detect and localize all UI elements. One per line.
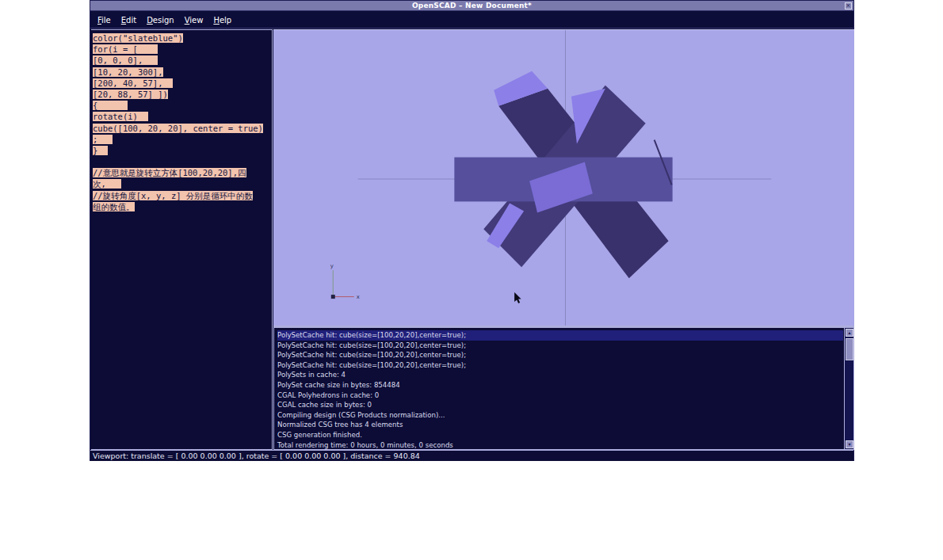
- axis-y-label: y: [330, 263, 334, 269]
- menu-bar: FileEditDesignViewHelp: [90, 12, 853, 29]
- code-line[interactable]: 次,: [93, 178, 272, 189]
- console-line: PolySetCache hit: cube(size=[100,20,20],…: [277, 350, 843, 360]
- axis-x-label: x: [357, 294, 360, 300]
- openscad-window: OpenSCAD – New Document* × FileEditDesig…: [90, 0, 854, 461]
- console-log[interactable]: PolySetCache hit: cube(size=[100,20,20],…: [273, 327, 854, 450]
- console-line: PolySet cache size in bytes: 854484: [277, 380, 843, 390]
- console-line: PolySetCache hit: cube(size=[100,20,20],…: [277, 341, 843, 351]
- console-line: CGAL cache size in bytes: 0: [277, 400, 843, 410]
- desktop: { "window": { "title": "OpenSCAD – New D…: [0, 0, 943, 560]
- status-bar: Viewport: translate = [ 0.00 0.00 0.00 ]…: [90, 450, 853, 461]
- 3d-viewport-canvas[interactable]: y x: [273, 29, 854, 326]
- code-line[interactable]: [0, 0, 0],: [93, 55, 272, 66]
- code-line[interactable]: }: [93, 145, 272, 156]
- menu-item[interactable]: Edit: [121, 16, 136, 25]
- code-line[interactable]: //意思就是旋转立方体[100,20,20],四: [93, 167, 272, 178]
- axis-z-dot: [331, 295, 335, 299]
- menu-item[interactable]: File: [97, 16, 111, 25]
- code-line[interactable]: rotate(i): [93, 111, 272, 122]
- menu-item[interactable]: Design: [147, 16, 174, 25]
- scrollbar-up-icon[interactable]: ▴: [846, 329, 853, 337]
- axis-indicator: y x: [330, 263, 360, 300]
- code-line[interactable]: for(i = [: [93, 44, 272, 55]
- code-line[interactable]: [200, 40, 57],: [93, 78, 272, 89]
- code-line[interactable]: {: [93, 100, 272, 111]
- menu-item[interactable]: View: [185, 16, 204, 25]
- console-scrollbar[interactable]: ▴ ▾: [844, 328, 853, 449]
- code-line[interactable]: [20, 88, 57] ]): [93, 89, 272, 100]
- scrollbar-thumb[interactable]: [846, 338, 853, 360]
- code-line[interactable]: color("slateblue"): [93, 32, 272, 44]
- console-line: CGAL Polyhedrons in cache: 0: [277, 390, 843, 401]
- code-editor[interactable]: color("slateblue")for(i = [ [0, 0, 0], […: [91, 29, 273, 450]
- code-line[interactable]: //旋转角度[x, y, z] 分别是循环中的数: [93, 190, 272, 201]
- code-line[interactable]: 组的数值。: [93, 201, 272, 212]
- console-line: PolySetCache hit: cube(size=[100,20,20],…: [277, 330, 843, 341]
- viewport-status-text: Viewport: translate = [ 0.00 0.00 0.00 ]…: [93, 451, 420, 460]
- console-line: Compiling design (CSG Products normaliza…: [277, 410, 843, 421]
- console-line: Total rendering time: 0 hours, 0 minutes…: [277, 440, 843, 450]
- console-line: CSG generation finished.: [277, 430, 843, 440]
- cursor-icon: [514, 292, 521, 303]
- code-line[interactable]: cube([100, 20, 20], center = true): [93, 123, 272, 134]
- title-bar[interactable]: OpenSCAD – New Document* ×: [90, 1, 853, 11]
- console-line: PolySets in cache: 4: [277, 370, 843, 380]
- scrollbar-down-icon[interactable]: ▾: [846, 440, 853, 448]
- right-panel: y x PolySetCache hit: cube(size=[100,20,…: [273, 29, 854, 450]
- code-line[interactable]: ;: [93, 134, 272, 145]
- window-title: OpenSCAD – New Document*: [412, 1, 532, 10]
- console-line: Normalized CSG tree has 4 elements: [277, 420, 843, 430]
- console-line: PolySetCache hit: cube(size=[100,20,20],…: [277, 360, 843, 371]
- code-line[interactable]: [93, 156, 272, 167]
- code-line[interactable]: [10, 20, 300],: [93, 67, 272, 78]
- close-icon[interactable]: ×: [845, 2, 852, 10]
- menu-item[interactable]: Help: [213, 16, 231, 25]
